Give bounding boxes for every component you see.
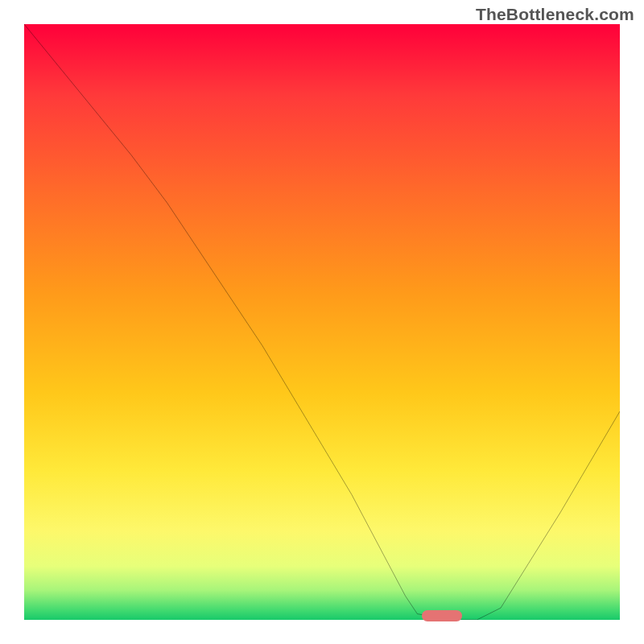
plot-area bbox=[24, 24, 620, 620]
optimal-range-marker bbox=[422, 610, 462, 621]
heat-gradient-background bbox=[24, 24, 620, 620]
chart-container: TheBottleneck.com bbox=[0, 0, 644, 644]
watermark-text: TheBottleneck.com bbox=[476, 5, 634, 24]
